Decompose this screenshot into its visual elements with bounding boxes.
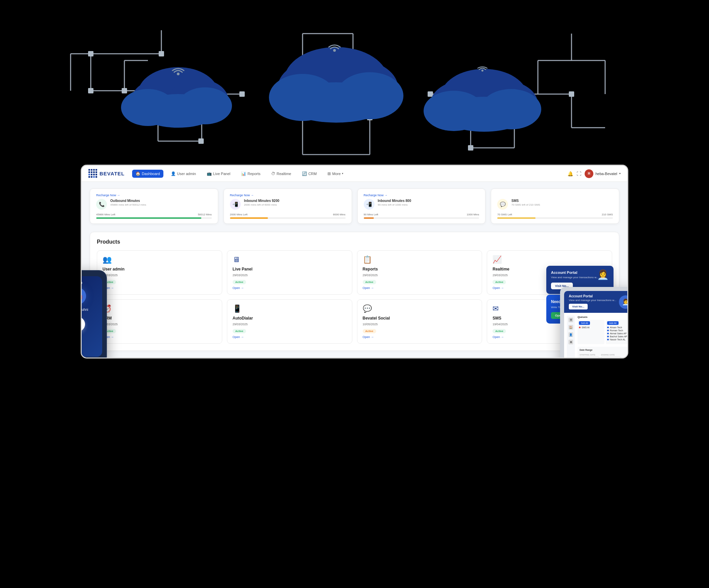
queues-col: Sell All SMS AI — [578, 320, 604, 344]
svg-rect-36 — [88, 51, 94, 56]
monitor: BEVATEL 🏠 Dashboard 👤 User admin 📺 Live … — [81, 165, 628, 359]
user-menu[interactable]: H heba-Bevatel ▾ — [585, 169, 621, 178]
dashboard-icon: 🏠 — [135, 171, 140, 176]
tablet-date-section: Date Range Time Range STARTING DATE 10/1… — [578, 347, 628, 359]
tablet-sidebar-icon-4[interactable]: ⚙ — [569, 340, 573, 344]
sell-all-button[interactable]: Sell All — [579, 321, 590, 325]
sms-title: SMS — [511, 199, 613, 203]
product-user-admin[interactable]: 👥 User admin 29/03/2025 Active Open → — [97, 250, 222, 295]
top-nav: BEVATEL 🏠 Dashboard 👤 User admin 📺 Live … — [82, 166, 627, 182]
monitor-wrapper: BEVATEL 🏠 Dashboard 👤 User admin 📺 Live … — [81, 165, 628, 359]
logo-icon — [88, 169, 98, 178]
nav-live-panel[interactable]: 📺 Live Panel — [203, 170, 234, 178]
tablet-sidebar-icon-2[interactable]: 🏠 — [569, 325, 573, 330]
crm-icon: 🔄 — [302, 171, 307, 176]
logo: BEVATEL — [88, 169, 125, 178]
tablet-header-subtitle: View and manage your transactions w... — [569, 299, 616, 302]
product-crm[interactable]: ⏰ CRM 29/03/2025 Active Open → — [97, 299, 222, 344]
tablet-header: Account Portal View and manage your tran… — [564, 291, 628, 313]
svg-rect-45 — [468, 145, 473, 150]
svg-rect-41 — [428, 91, 433, 97]
bevatel-social-icon: 💬 — [363, 304, 477, 313]
mobile-phone: 00:20 🤖 Saleh Al Juhni 🎤 llllll — [81, 270, 107, 359]
product-autodialer[interactable]: 📱 AutoDialar 29/03/2025 Active Open → — [227, 299, 352, 344]
inbound800-subtitle: 90 mins left of 1000 mins — [378, 203, 479, 206]
nav-right: 🔔 ⛶ H heba-Bevatel ▾ — [568, 169, 621, 178]
tablet-hero-image: 👩‍💼 — [619, 295, 628, 309]
tablet-sidebar-icon-3[interactable]: 👤 — [569, 332, 573, 337]
svg-rect-35 — [88, 88, 94, 93]
start-date-field[interactable]: 10/16/2021 📅 — [580, 357, 599, 359]
tablet-header-title: Account Portal — [569, 294, 616, 298]
phone-wave: llllll — [81, 335, 82, 338]
nav-user-admin[interactable]: 👤 User admin — [167, 170, 199, 178]
svg-rect-40 — [239, 91, 245, 97]
sms-subtitle: 70 SMS left of 210 SMS — [511, 203, 613, 206]
inbound9200-subtitle: 2000 mins left of 6000 mins — [244, 203, 346, 206]
stat-inbound-9200: Recharge Now → 📲 Inbound Minutes 9200 20… — [224, 189, 352, 224]
inbound9200-title: Inbound Minutes 9200 — [244, 199, 346, 203]
user-admin-icon: 👤 — [171, 171, 176, 176]
tablet: Account Portal View and manage your tran… — [560, 287, 628, 359]
live-panel-icon: 📺 — [207, 171, 212, 176]
phone-time: 00:20 — [81, 281, 82, 285]
products-section: Products 👥 User admin 29/03/2025 Active … — [90, 232, 619, 351]
outbound-icon-wrap: 📞 — [96, 199, 107, 210]
product-live-panel[interactable]: 🖥 Live Panel 29/03/2025 Active Open → — [227, 250, 352, 295]
inbound800-title: Inbound Minutes 800 — [378, 199, 479, 203]
autodialer-product-icon: 📱 — [233, 304, 347, 313]
nav-dashboard[interactable]: 🏠 Dashboard — [132, 170, 163, 178]
nav-more[interactable]: ⊞ More ▾ — [324, 170, 347, 178]
stat-sms: x 💬 SMS 70 SMS left of 210 SMS 70 SMS Le… — [491, 189, 619, 224]
notification-bell[interactable]: 🔔 — [568, 171, 573, 176]
phone-mic-button[interactable]: 🎤 — [81, 317, 85, 332]
nav-crm[interactable]: 🔄 CRM — [298, 170, 320, 178]
stats-row: Recharge Now → 📞 Outbound Minutes 45866 … — [90, 189, 619, 224]
phone-bot-icon: 🤖 — [81, 288, 86, 304]
tablet-main: Queues Agents Sell All SMS AI A — [578, 315, 628, 359]
svg-rect-37 — [159, 51, 164, 56]
user-admin-product-icon: 👥 — [103, 255, 216, 264]
dashboard-content: Recharge Now → 📞 Outbound Minutes 45866 … — [82, 182, 627, 358]
live-panel-product-icon: 🖥 — [233, 255, 347, 264]
svg-point-59 — [284, 82, 388, 123]
agents-col: Add All Ahsan Tech Roman Tech Akmal Sale… — [606, 320, 628, 344]
portal-person-icon: 👩‍💼 — [597, 269, 609, 280]
svg-rect-44 — [569, 91, 574, 97]
svg-point-52 — [138, 94, 218, 128]
recharge-inbound-9200[interactable]: Recharge Now → — [230, 194, 346, 197]
tablet-sidebar: ☰ 🏠 👤 ⚙ — [567, 315, 575, 359]
recharge-inbound-800[interactable]: Recharge Now → — [364, 194, 479, 197]
realtime-icon: ⏱ — [271, 171, 275, 176]
product-reports[interactable]: 📋 Reports 29/03/2025 Active Open → — [357, 250, 482, 295]
add-agents-button[interactable]: Add All — [607, 321, 619, 325]
fullscreen-button[interactable]: ⛶ — [577, 171, 581, 176]
svg-point-66 — [440, 97, 528, 132]
inbound9200-icon-wrap: 📲 — [230, 199, 241, 210]
tablet-sidebar-icon-1[interactable]: ☰ — [569, 317, 573, 322]
reports-product-icon: 📋 — [363, 255, 477, 264]
reports-icon: 📊 — [241, 171, 246, 176]
realtime-product-icon: 📈 — [493, 255, 606, 264]
nav-realtime[interactable]: ⏱ Realtime — [268, 170, 294, 178]
sms-icon-wrap: 💬 — [497, 199, 508, 210]
outbound-title: Outbound Minutes — [110, 199, 212, 203]
svg-point-67 — [481, 69, 483, 72]
end-date-field[interactable]: 10/16/2021 📅 — [601, 357, 621, 359]
crm-product-icon: ⏰ — [103, 304, 216, 313]
svg-rect-46 — [198, 138, 204, 144]
recharge-outbound[interactable]: Recharge Now → — [96, 194, 212, 197]
tablet-visit-button[interactable]: Visit No... — [569, 304, 588, 309]
nav-reports[interactable]: 📊 Reports — [238, 170, 264, 178]
svg-point-60 — [333, 49, 336, 52]
phone-agent-name: Saleh Al Juhni — [81, 308, 88, 311]
logo-text: BEVATEL — [100, 171, 125, 176]
date-range-title: Date Range — [580, 349, 593, 351]
products-title: Products — [97, 239, 612, 245]
svg-rect-34 — [122, 88, 127, 93]
inbound800-icon-wrap: 📲 — [364, 199, 374, 210]
stat-inbound-800: Recharge Now → 📲 Inbound Minutes 800 90 … — [357, 189, 486, 224]
user-avatar: H — [585, 169, 593, 178]
stat-outbound: Recharge Now → 📞 Outbound Minutes 45866 … — [90, 189, 218, 224]
product-bevatel-social[interactable]: 💬 Bevatel Social 10/05/2025 Active Open … — [357, 299, 482, 344]
